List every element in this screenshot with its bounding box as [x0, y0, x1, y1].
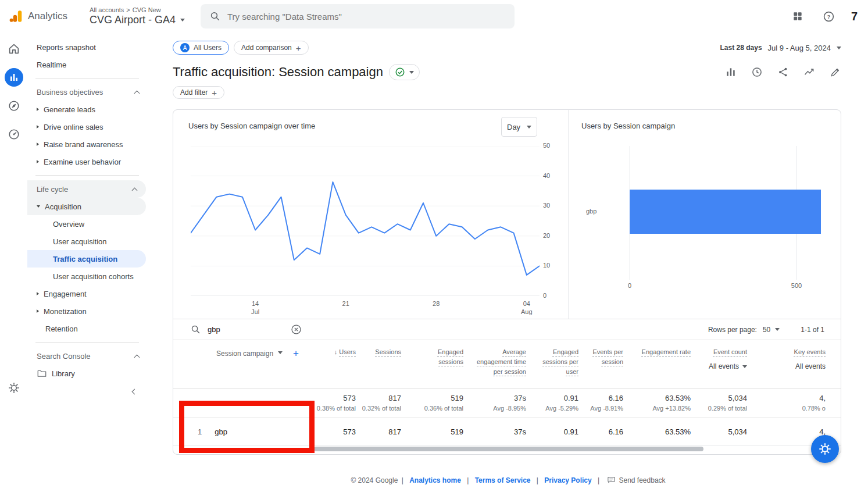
- x-tick-label: 28: [433, 300, 440, 308]
- nav-realtime[interactable]: Realtime: [27, 56, 148, 73]
- insights-clock-icon[interactable]: [751, 66, 763, 78]
- nav-retention[interactable]: Retention: [27, 320, 148, 337]
- nav-examine-user-behavior[interactable]: Examine user behavior: [27, 153, 148, 170]
- reports-icon[interactable]: [5, 68, 23, 87]
- chevron-down-icon: [742, 365, 747, 368]
- key-events-filter[interactable]: All events: [759, 361, 826, 372]
- analytics-logo-icon: [8, 9, 23, 24]
- rows-per-page-select[interactable]: 50: [763, 326, 780, 334]
- totals-cell: 5,0340.29% of total: [691, 394, 747, 418]
- table-search[interactable]: [191, 323, 307, 336]
- nav-generate-leads[interactable]: Generate leads: [27, 101, 148, 118]
- add-dimension-button[interactable]: +: [293, 348, 299, 358]
- edit-icon[interactable]: [830, 66, 841, 78]
- app-header: Analytics All accounts > CVG New CVG Air…: [0, 0, 868, 33]
- row-index: 1: [198, 427, 202, 436]
- collapse-nav-button[interactable]: [129, 383, 140, 399]
- property-selector[interactable]: CVG Airport - GA4: [90, 14, 185, 26]
- help-icon[interactable]: ?: [820, 7, 838, 26]
- totals-cell: 8170.32% of total: [356, 394, 401, 418]
- nav-raise-brand-awareness[interactable]: Raise brand awareness: [27, 136, 148, 153]
- clear-search-icon[interactable]: [290, 323, 302, 336]
- nav-traffic-acquisition[interactable]: Traffic acquisition: [27, 250, 146, 268]
- all-users-chip[interactable]: A All Users: [173, 41, 229, 55]
- column-header-users[interactable]: ↓Users: [313, 347, 356, 388]
- plus-icon: +: [296, 43, 301, 53]
- nav-acquisition[interactable]: Acquisition: [27, 198, 146, 215]
- table-search-input[interactable]: [208, 325, 283, 334]
- divider: [35, 78, 139, 79]
- add-comparison-chip[interactable]: Add comparison +: [234, 41, 308, 55]
- search-icon: [210, 11, 220, 22]
- nav-user-acquisition[interactable]: User acquisition: [27, 233, 148, 250]
- nav-label: Overview: [53, 220, 84, 229]
- granularity-value: Day: [507, 123, 520, 131]
- rows-per-page-label: Rows per page:: [708, 326, 757, 334]
- nav-monetization[interactable]: Monetization: [27, 302, 148, 320]
- chip-label: All Users: [194, 44, 222, 52]
- row-cell: 4,: [747, 427, 826, 436]
- nav-section-business-objectives[interactable]: Business objectives: [27, 83, 148, 101]
- column-header-engagement-rate[interactable]: Engagement rate: [623, 347, 691, 388]
- nav-label: Raise brand awareness: [44, 140, 123, 149]
- trend-insights-icon[interactable]: [803, 66, 815, 78]
- apps-grid-icon[interactable]: [788, 7, 807, 26]
- admin-settings-icon[interactable]: [0, 382, 27, 394]
- section-title: Life cycle: [37, 185, 68, 194]
- column-header-events-per-session[interactable]: Events per session: [578, 347, 623, 388]
- bar-chart-plot: [630, 146, 821, 280]
- nav-section-life-cycle[interactable]: Life cycle: [27, 180, 146, 198]
- chevron-up-icon: [134, 90, 140, 96]
- column-header-key-events[interactable]: Key events All events: [747, 347, 826, 388]
- nav-library[interactable]: Library: [27, 365, 148, 382]
- customize-report-icon[interactable]: [725, 66, 737, 78]
- horizontal-scrollbar[interactable]: [314, 447, 703, 451]
- search-input[interactable]: [227, 12, 483, 22]
- footer-link-privacy[interactable]: Privacy Policy: [544, 476, 591, 484]
- search-icon: [191, 325, 201, 334]
- nav-section-search-console[interactable]: Search Console: [27, 347, 148, 365]
- global-search[interactable]: [201, 4, 515, 28]
- home-icon[interactable]: [5, 40, 23, 58]
- column-header-engaged-sessions-per-user[interactable]: Engaged sessions per user: [526, 347, 578, 388]
- breadcrumb-current[interactable]: CVG New: [133, 6, 161, 13]
- arrow-right-icon: [37, 142, 39, 146]
- analytics-logo[interactable]: Analytics: [0, 9, 81, 24]
- y-tick-label: 0: [543, 292, 546, 299]
- nav-reports-snapshot[interactable]: Reports snapshot: [27, 38, 148, 56]
- nav-engagement[interactable]: Engagement: [27, 285, 148, 302]
- add-filter-button[interactable]: Add filter +: [173, 86, 224, 99]
- column-header-sessions[interactable]: Sessions: [356, 347, 401, 388]
- column-header-avg-engagement-time[interactable]: Average engagement time per session: [463, 347, 526, 388]
- nav-overview[interactable]: Overview: [27, 215, 148, 233]
- nav-label: User acquisition cohorts: [53, 272, 134, 281]
- share-icon[interactable]: [777, 66, 789, 78]
- nav-drive-online-sales[interactable]: Drive online sales: [27, 118, 148, 136]
- table-row[interactable]: 1 gbp 573 817 519 37s 0.91 6.16 63.53% 5…: [173, 418, 841, 446]
- advertising-icon[interactable]: [5, 125, 23, 144]
- footer-link-terms[interactable]: Terms of Service: [475, 476, 531, 484]
- column-header-engaged-sessions[interactable]: Engaged sessions: [401, 347, 463, 388]
- nav-label: Examine user behavior: [44, 158, 121, 166]
- column-header-event-count[interactable]: Event count All events: [691, 347, 747, 388]
- granularity-select[interactable]: Day: [501, 117, 537, 137]
- profile-avatar[interactable]: 7: [851, 10, 858, 23]
- footer-link-anal ytics-home[interactable]: Analytics home: [409, 476, 461, 484]
- nav-user-acquisition-cohorts[interactable]: User acquisition cohorts: [27, 268, 148, 285]
- x-tick-label: 04 Aug: [521, 300, 533, 316]
- event-count-filter[interactable]: All events: [702, 361, 747, 372]
- column-header-session-campaign[interactable]: Session campaign +: [173, 347, 313, 388]
- breadcrumb-root[interactable]: All accounts: [90, 6, 124, 13]
- chevron-down-icon: [278, 351, 283, 354]
- send-feedback-button[interactable]: Send feedback: [607, 476, 666, 484]
- bar-chart-panel: Users by Session campaign gbp 0500: [569, 110, 841, 319]
- explore-icon[interactable]: [5, 97, 23, 115]
- report-nav: Reports snapshot Realtime Business objec…: [27, 33, 148, 492]
- arrow-right-icon: [37, 309, 39, 313]
- report-status-badge[interactable]: [389, 64, 420, 80]
- insights-fab[interactable]: [811, 435, 839, 463]
- date-range-selector[interactable]: Last 28 days Jul 9 - Aug 5, 2024: [720, 44, 841, 52]
- line-chart-title: Users by Session campaign over time: [188, 122, 315, 130]
- nav-label: Traffic acquisition: [53, 255, 117, 263]
- nav-label: Engagement: [44, 290, 87, 298]
